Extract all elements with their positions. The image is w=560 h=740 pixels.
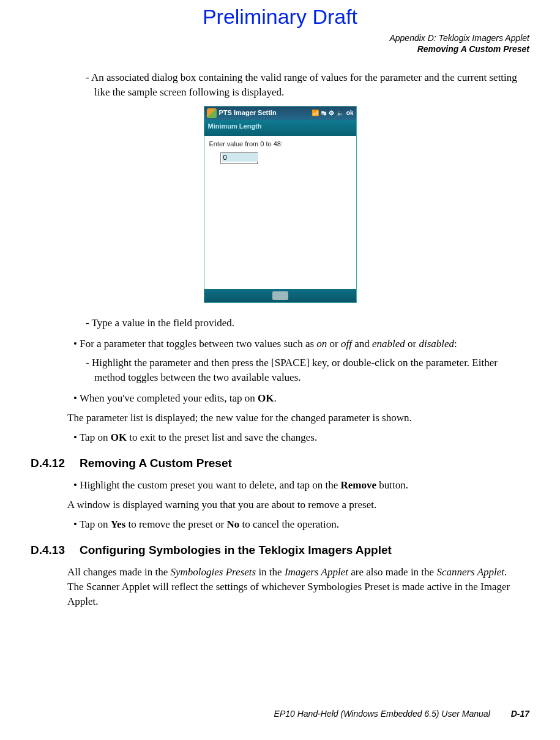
paragraph-paramlist: The parameter list is displayed; the new… <box>67 411 523 425</box>
start-icon <box>207 108 217 118</box>
s12-para-warning: A window is displayed warning you that y… <box>67 498 523 512</box>
heading-d412: D.4.12Removing A Custom Preset <box>31 455 529 472</box>
prompt-label: Enter value from 0 to 48: <box>209 140 351 149</box>
dialog-body: Enter value from 0 to 48: <box>204 136 356 296</box>
header-section: Removing A Custom Preset <box>31 43 529 54</box>
instruction-dash-3: Highlight the parameter and then press t… <box>86 356 523 385</box>
settings-icon: ⚙ <box>329 109 334 118</box>
preliminary-draft-title: Preliminary Draft <box>31 5 529 29</box>
s12-bullet-yesno: Tap on Yes to remove the preset or No to… <box>73 517 523 532</box>
s13-para: All changes made in the Symbologies Pres… <box>67 565 523 608</box>
ok-button[interactable]: ok <box>346 109 354 118</box>
dialog-window: PTS Imager Settin 📶 ↹ ⚙ 🔈 ok Minimum Len… <box>204 106 357 303</box>
instruction-bullet-toggle: For a parameter that toggles between two… <box>73 337 523 351</box>
s12-bullet-remove: Highlight the custom preset you want to … <box>73 478 523 493</box>
bottom-bar <box>204 289 356 302</box>
footer-manual: EP10 Hand-Held (Windows Embedded 6.5) Us… <box>274 709 490 719</box>
heading-title: Removing A Custom Preset <box>80 457 232 469</box>
window-title: PTS Imager Settin <box>219 108 312 118</box>
dialog-subtitle: Minimum Length <box>204 120 356 136</box>
header-appendix: Appendix D: Teklogix Imagers Applet <box>31 32 529 43</box>
page-header: Appendix D: Teklogix Imagers Applet Remo… <box>31 32 529 54</box>
value-input-wrap <box>220 152 258 164</box>
embedded-screenshot: PTS Imager Settin 📶 ↹ ⚙ 🔈 ok Minimum Len… <box>31 106 529 307</box>
page-footer: EP10 Hand-Held (Windows Embedded 6.5) Us… <box>274 709 529 719</box>
heading-title-2: Configuring Symbologies in the Teklogix … <box>80 544 392 556</box>
heading-num-2: D.4.13 <box>31 542 80 559</box>
instruction-dash-1: An associated dialog box containing the … <box>86 70 523 100</box>
keyboard-icon[interactable] <box>272 291 288 300</box>
volume-icon: 🔈 <box>337 109 344 118</box>
heading-d413: D.4.13Configuring Symbologies in the Tek… <box>31 542 529 559</box>
title-bar: PTS Imager Settin 📶 ↹ ⚙ 🔈 ok <box>204 107 356 120</box>
title-bar-icons: 📶 ↹ ⚙ 🔈 ok <box>312 109 354 118</box>
connectivity-icon: ↹ <box>321 109 326 118</box>
heading-num: D.4.12 <box>31 455 80 472</box>
signal-icon: 📶 <box>312 109 319 118</box>
instruction-dash-2: Type a value in the field provided. <box>86 316 523 331</box>
footer-page-number: D-17 <box>511 709 529 719</box>
instruction-bullet-exit: Tap on OK to exit to the preset list and… <box>73 430 523 445</box>
value-input[interactable] <box>222 153 258 162</box>
instruction-bullet-ok: When you've completed your edits, tap on… <box>73 391 523 406</box>
